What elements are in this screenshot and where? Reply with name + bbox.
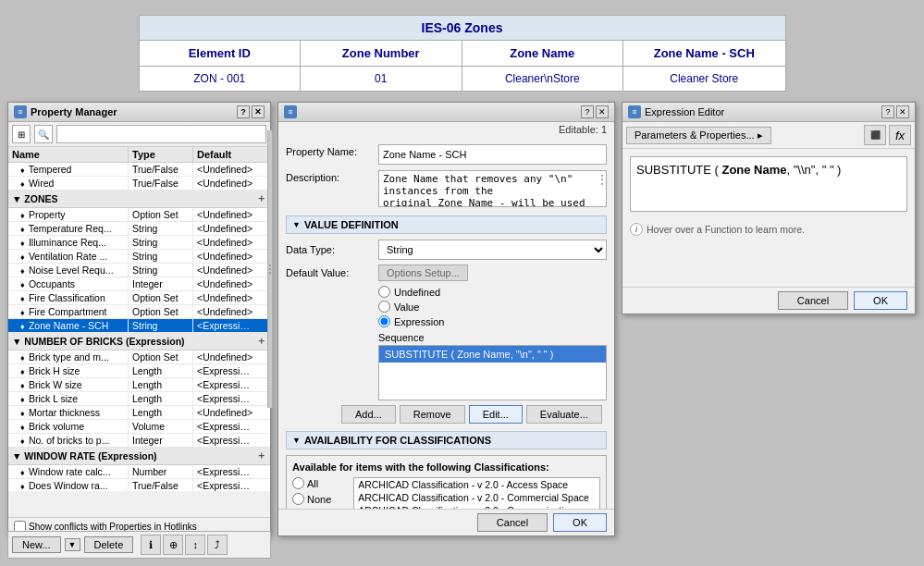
pm-row-num-bricks[interactable]: ⬧ No. of bricks to p... Integer <Express… <box>8 434 270 448</box>
pm-row-fire-class[interactable]: ⬧ Fire Classification Option Set <Undefi… <box>8 291 270 305</box>
expr-help-btn[interactable]: ? <box>881 105 894 118</box>
vd-help-btn[interactable]: ? <box>581 105 594 118</box>
sequence-item[interactable]: SUBSTITUTE ( Zone Name, "\n", " " ) <box>379 346 606 363</box>
pm-row-does-window1[interactable]: ⬧ Does Window ra... True/False <Expressi… <box>8 479 270 491</box>
pm-search-input[interactable] <box>56 125 266 143</box>
evaluate-btn[interactable]: Evaluate... <box>526 405 602 424</box>
cancel-btn[interactable]: Cancel <box>477 513 548 532</box>
row-default: <Undefined> <box>193 177 258 190</box>
row-name: ⬧ Brick W size <box>8 378 129 391</box>
pm-row-brick-w[interactable]: ⬧ Brick W size Length <Expression> <box>8 378 270 392</box>
col-name: Name <box>8 147 129 162</box>
section-add-btn[interactable]: ＋ <box>256 335 266 348</box>
property-name-row: Property Name: <box>286 144 607 165</box>
remove-btn[interactable]: Remove <box>400 405 465 424</box>
section-add-btn[interactable]: ＋ <box>256 192 266 205</box>
pm-row-window-rate[interactable]: ⬧ Window rate calc... Number <Expression… <box>8 465 270 479</box>
expression-content[interactable]: SUBSTITUTE ( Zone Name, "\\n", " " ) <box>630 156 907 212</box>
radio-none-input[interactable] <box>292 493 304 505</box>
pm-row-wired[interactable]: ⬧ Wired True/False <Undefined> <box>8 177 270 191</box>
availability-section-header[interactable]: ▼ AVAILABILITY FOR CLASSIFICATIONS <box>286 431 607 449</box>
params-arrow-icon: ▸ <box>758 129 763 142</box>
property-name-input[interactable] <box>378 144 607 165</box>
description-scroll[interactable]: ⋮ <box>596 172 605 187</box>
pm-row-fire-compartment[interactable]: ⬧ Fire Compartment Option Set <Undefined… <box>8 305 270 319</box>
new-dropdown-arrow[interactable]: ▼ <box>65 538 80 551</box>
pm-row-noise[interactable]: ⬧ Noise Level Requ... String <Undefined> <box>8 264 270 277</box>
pm-content[interactable]: ⬧ Tempered True/False <Undefined> ⬧ Wire… <box>8 163 270 491</box>
options-setup-btn[interactable]: Options Setup... <box>378 265 468 281</box>
params-properties-btn[interactable]: Parameters & Properties... ▸ <box>626 127 771 144</box>
row-type: Option Set <box>129 305 193 318</box>
radio-all[interactable]: All <box>292 477 346 489</box>
data-type-row: Data Type: String <box>286 240 607 260</box>
description-label: Description: <box>286 170 378 183</box>
section-window[interactable]: ▼ WINDOW RATE (Expression) ＋ <box>8 448 270 465</box>
pm-search-icon[interactable]: 🔍 <box>34 125 53 143</box>
pm-row-illuminance[interactable]: ⬧ Illuminance Req... String <Undefined> <box>8 236 270 250</box>
pm-row-zone-name-sch[interactable]: ⬧ Zone Name - SCH String <Expression> <box>8 319 270 333</box>
pm-grid-icon[interactable]: ⊞ <box>12 125 31 143</box>
data-type-select[interactable]: String <box>378 240 607 260</box>
delete-button[interactable]: Delete <box>84 536 134 553</box>
row-default: <Undefined> <box>193 264 258 277</box>
pm-row-ventilation[interactable]: ⬧ Ventilation Rate ... String <Undefined… <box>8 250 270 264</box>
vd-close-btn[interactable]: ✕ <box>596 105 609 118</box>
expr-fx-icon[interactable]: fx <box>889 125 911 145</box>
vd-icon: ≡ <box>284 105 297 118</box>
row-default: <Undefined> <box>193 208 258 221</box>
pm-close-btn[interactable]: ✕ <box>252 105 265 118</box>
radio-value[interactable]: Value <box>378 301 607 313</box>
resize-handle[interactable] <box>267 130 273 408</box>
value-def-section-header[interactable]: ▼ VALUE DEFINITION <box>286 215 607 234</box>
col-header-zone-name-sch: Zone Name - SCH <box>623 41 785 66</box>
row-default: <Expression> <box>193 479 258 491</box>
new-button[interactable]: New... <box>12 536 61 553</box>
pm-row-property[interactable]: ⬧ Property Option Set <Undefined> <box>8 208 270 222</box>
export-icon-btn[interactable]: ⤴ <box>207 535 228 555</box>
pm-row-brick-vol[interactable]: ⬧ Brick volume Volume <Expression> <box>8 420 270 434</box>
radio-all-input[interactable] <box>292 477 304 489</box>
expr-ok-btn[interactable]: OK <box>854 291 907 310</box>
radio-expression[interactable]: Expression <box>378 315 607 327</box>
edit-seq-btn[interactable]: Edit... <box>469 405 523 424</box>
radio-undefined-input[interactable] <box>378 286 390 298</box>
copy-icon-btn[interactable]: ⊕ <box>163 535 183 555</box>
ok-btn[interactable]: OK <box>553 513 607 532</box>
section-bricks[interactable]: ▼ NUMBER OF BRICKS (Expression) ＋ <box>8 333 270 351</box>
pm-row-brick-l[interactable]: ⬧ Brick L size Length <Expression> <box>8 392 270 406</box>
radio-expression-input[interactable] <box>378 315 390 327</box>
row-name: ⬧ No. of bricks to p... <box>8 434 129 447</box>
row-name: ⬧ Fire Classification <box>8 291 129 304</box>
add-btn[interactable]: Add... <box>341 405 396 424</box>
description-textarea[interactable]: Zone Name that removes any "\n" instance… <box>378 170 607 207</box>
default-value-row: Default Value: Options Setup... <box>286 265 607 281</box>
row-default: <Undefined> <box>193 250 258 263</box>
pm-row-tempered[interactable]: ⬧ Tempered True/False <Undefined> <box>8 163 270 177</box>
row-type: Volume <box>129 420 193 433</box>
section-zones[interactable]: ▼ ZONES ＋ <box>8 191 270 208</box>
row-type: Integer <box>129 277 193 290</box>
vd-footer: Cancel OK <box>278 509 614 535</box>
expr-input-icon[interactable]: ⬛ <box>864 125 886 145</box>
expr-close-btn[interactable]: ✕ <box>896 105 909 118</box>
row-name: ⬧ Tempered <box>8 163 129 176</box>
radio-none[interactable]: None <box>292 493 346 505</box>
section-add-btn[interactable]: ＋ <box>256 449 266 462</box>
section-label: ▼ WINDOW RATE (Expression) <box>12 450 157 461</box>
pm-row-occupants[interactable]: ⬧ Occupants Integer <Undefined> <box>8 277 270 291</box>
radio-value-input[interactable] <box>378 301 390 313</box>
pm-row-brick-h[interactable]: ⬧ Brick H size Length <Expression> <box>8 364 270 378</box>
pm-row-temperature[interactable]: ⬧ Temperature Req... String <Undefined> <box>8 222 270 236</box>
list-item: ARCHICAD Classification - v 2.0 - Access… <box>354 478 599 491</box>
table-header: Element ID Zone Number Zone Name Zone Na… <box>140 41 785 67</box>
move-icon-btn[interactable]: ↕ <box>185 535 205 555</box>
collapse-arrow: ▼ <box>292 220 301 229</box>
row-type: Number <box>129 465 193 478</box>
info-icon-btn[interactable]: ℹ <box>141 535 161 555</box>
pm-row-brick-type[interactable]: ⬧ Brick type and m... Option Set <Undefi… <box>8 351 270 364</box>
expr-cancel-btn[interactable]: Cancel <box>778 291 848 310</box>
radio-undefined[interactable]: Undefined <box>378 286 607 298</box>
pm-help-btn[interactable]: ? <box>237 105 250 118</box>
pm-row-mortar[interactable]: ⬧ Mortar thickness Length <Undefined> <box>8 406 270 420</box>
